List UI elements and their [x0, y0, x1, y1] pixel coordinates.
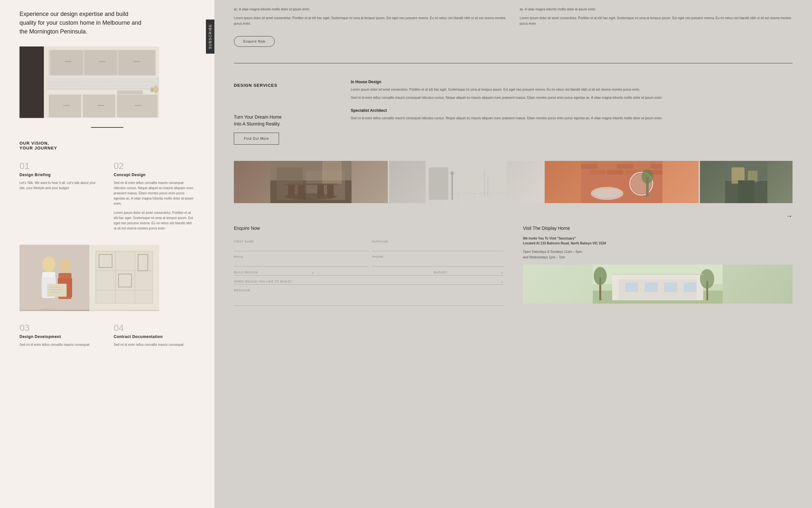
step-01: 01 Design Briefing Let's Talk. We want t… — [19, 161, 101, 235]
svg-point-106 — [700, 269, 714, 289]
svg-rect-60 — [429, 167, 448, 200]
section-title: OUR VISION, YOUR JOURNEY — [19, 141, 195, 151]
svg-rect-64 — [487, 177, 488, 197]
top-left-content: ac. A vitae magna lobortis mollis dolor … — [234, 6, 507, 47]
svg-rect-14 — [63, 105, 70, 106]
design-services-left: DESIGN SERVICES Turn Your Dream Home Int… — [234, 80, 331, 144]
gallery-next-arrow[interactable]: → — [786, 212, 793, 220]
svg-rect-73 — [599, 164, 615, 169]
svg-rect-72 — [581, 164, 597, 169]
svg-point-22 — [153, 85, 158, 93]
find-out-more-button[interactable]: Find Out More — [234, 133, 279, 144]
svg-point-23 — [150, 87, 154, 92]
top-right-text-2: Lorem ipsum dolor sit amet consectetur. … — [520, 15, 793, 26]
email-input[interactable] — [234, 260, 369, 265]
display-home: Visit The Display Home We Invite You To … — [523, 225, 793, 306]
divider-main — [234, 63, 793, 64]
build-region-label: BUILD REGION — [234, 271, 258, 274]
top-right-content: ac. A vitae magna lobortis mollis dolor … — [520, 6, 793, 47]
design-services-right: In House Design Lorem ipsum dolor sit am… — [351, 80, 793, 144]
step-04-number: 04 — [114, 323, 195, 333]
enquire-form-grid: FIRST NAME SURNAME EMAIL PHONE BUILD REG… — [234, 237, 504, 306]
svg-point-84 — [593, 189, 621, 198]
svg-rect-77 — [589, 170, 606, 174]
gallery-image-4 — [700, 161, 793, 203]
service-1-text-2: Sed mi id enim tellus convallis mauris c… — [351, 95, 793, 100]
build-region-field[interactable]: BUILD REGION ⌄ BUDGET ⌄ — [234, 268, 504, 276]
phone-field: PHONE — [372, 253, 504, 266]
email-label: EMAIL — [234, 255, 369, 258]
svg-rect-61 — [452, 174, 453, 200]
budget-dropdown-icon: ⌄ — [501, 270, 504, 274]
svg-rect-52 — [285, 184, 337, 185]
divider-hero — [91, 127, 124, 128]
hero-kitchen-image — [19, 46, 159, 118]
step-02-number: 02 — [114, 161, 195, 171]
surname-field: SURNAME — [372, 237, 504, 251]
svg-point-86 — [641, 169, 653, 184]
service-2-text: Sed mi id enim tellus convallis mauris c… — [351, 115, 793, 121]
service-in-house-design: In House Design Lorem ipsum dolor sit am… — [351, 80, 793, 100]
svg-point-27 — [42, 256, 55, 272]
svg-rect-76 — [651, 164, 662, 169]
svg-rect-4 — [85, 50, 117, 75]
service-1-title: In House Design — [351, 80, 793, 84]
svg-rect-34 — [47, 284, 66, 297]
gallery-image-1 — [234, 161, 388, 203]
first-name-input[interactable] — [234, 244, 369, 250]
hero-text: Experience our design expertise and buil… — [19, 10, 143, 36]
svg-rect-99 — [625, 283, 638, 292]
message-input[interactable] — [234, 294, 504, 299]
right-panel: ac. A vitae magna lobortis mollis dolor … — [214, 0, 812, 508]
people-image — [19, 245, 89, 311]
display-home-hours: Open Saturdays & Sundays 11am – 5pm and … — [523, 249, 793, 260]
step-02-text-2: Lorem ipsum dolor sit amet consectetur. … — [114, 210, 195, 231]
first-name-label: FIRST NAME — [234, 240, 369, 243]
step-02-text-1: Sed mi id enim tellus convallis mauris c… — [114, 180, 195, 206]
when-build-label: WHEN WOULD YOU LIKE TO BUILD? — [234, 280, 292, 283]
when-build-dropdown-icon: ⌄ — [501, 280, 504, 283]
display-home-title: Visit The Display Home — [523, 225, 793, 231]
service-specialist-architect: Specialist Architect Sed mi id enim tell… — [351, 108, 793, 121]
bottom-section: Enquire Now FIRST NAME SURNAME EMAIL PHO… — [234, 225, 793, 306]
svg-rect-6 — [65, 61, 71, 62]
step-03: 03 Design Development Sed mi id enim tel… — [19, 323, 101, 347]
svg-rect-102 — [684, 283, 697, 292]
subscribe-tab[interactable]: Subscribe — [206, 19, 214, 54]
top-content: ac. A vitae magna lobortis mollis dolor … — [234, 0, 793, 56]
svg-point-104 — [594, 267, 607, 285]
svg-rect-57 — [322, 161, 342, 184]
step-04-title: Contract Documentation — [114, 334, 195, 339]
top-right-text-1: ac. A vitae magna lobortis mollis dolor … — [520, 6, 793, 12]
enquire-form: Enquire Now FIRST NAME SURNAME EMAIL PHO… — [234, 225, 504, 306]
svg-rect-75 — [635, 164, 651, 169]
budget-label: BUDGET — [434, 271, 447, 274]
bottom-images — [19, 245, 159, 310]
gallery-nav: → — [234, 210, 793, 222]
left-panel: Subscribe Experience our design expertis… — [0, 0, 214, 508]
svg-rect-54 — [298, 185, 304, 198]
step-01-title: Design Briefing — [19, 173, 101, 177]
svg-rect-19 — [47, 77, 159, 89]
svg-rect-100 — [645, 283, 658, 292]
gallery-image-3 — [545, 161, 699, 203]
enquire-now-button[interactable]: Enquire Now — [234, 36, 275, 47]
top-left-text-1: ac. A vitae magna lobortis mollis dolor … — [234, 6, 507, 12]
top-left-text-2: Lorem ipsum dolor sit amet consectetur. … — [234, 15, 507, 26]
step-03-number: 03 — [19, 323, 101, 333]
dream-home-block: Turn Your Dream Home Into A Stunning Rea… — [234, 114, 331, 144]
when-build-field[interactable]: WHEN WOULD YOU LIKE TO BUILD? ⌄ — [234, 277, 504, 285]
svg-rect-3 — [50, 50, 83, 75]
build-region-dropdown-icon: ⌄ — [312, 270, 314, 274]
email-field: EMAIL — [234, 253, 369, 266]
surname-input[interactable] — [372, 244, 504, 250]
gallery-image-2 — [389, 161, 543, 203]
message-field: MESSAGE — [234, 286, 504, 306]
blueprint-image — [89, 245, 159, 311]
phone-input[interactable] — [372, 260, 504, 265]
step-02-title: Concept Design — [114, 173, 195, 177]
service-2-title: Specialist Architect — [351, 108, 793, 113]
steps-bottom-grid: 03 Design Development Sed mi id enim tel… — [19, 323, 195, 347]
design-services-title: DESIGN SERVICES — [234, 80, 331, 88]
display-home-image — [523, 264, 793, 304]
